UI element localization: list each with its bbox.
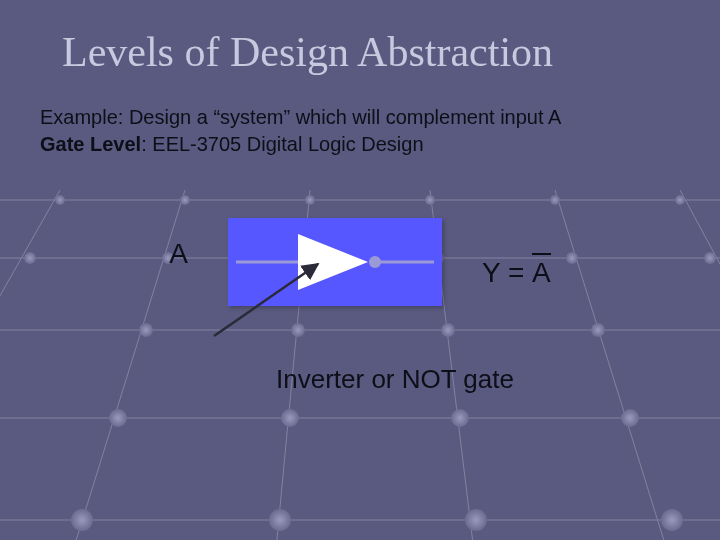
diagram-caption: Inverter or NOT gate: [110, 364, 680, 395]
svg-point-41: [369, 256, 381, 268]
input-label: A: [169, 238, 188, 270]
gate-level-line: Gate Level: EEL-3705 Digital Logic Desig…: [40, 131, 680, 158]
output-complement: A: [532, 253, 551, 289]
example-line: Example: Design a “system” which will co…: [40, 104, 680, 131]
pointer-arrow-icon: [210, 256, 350, 340]
gate-level-rest: : EEL-3705 Digital Logic Design: [141, 133, 423, 155]
gate-level-label: Gate Level: [40, 133, 141, 155]
slide: Levels of Design Abstraction Example: De…: [0, 0, 720, 540]
svg-line-42: [214, 264, 318, 336]
diagram: A Y = A: [40, 218, 680, 328]
output-label: Y = A: [482, 253, 551, 289]
slide-body: Example: Design a “system” which will co…: [40, 104, 680, 158]
slide-title: Levels of Design Abstraction: [62, 28, 680, 76]
output-prefix: Y =: [482, 257, 532, 288]
inverter-gate: [228, 218, 442, 328]
